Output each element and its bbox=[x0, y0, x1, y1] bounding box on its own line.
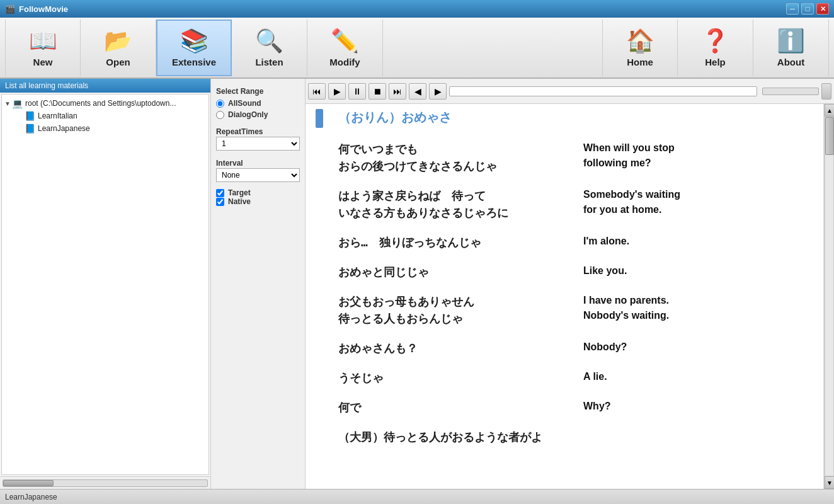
all-sound-option[interactable]: AllSound bbox=[216, 99, 300, 108]
new-icon: 📖 bbox=[29, 28, 57, 54]
minimize-button[interactable]: ─ bbox=[786, 3, 799, 14]
japanese-text-9: （大男）待っとる人がおるような者がよ bbox=[338, 428, 813, 445]
listen-button[interactable]: 🔍 Listen bbox=[232, 20, 307, 76]
subtitle-entry-9: （大男）待っとる人がおるような者がよ bbox=[316, 428, 813, 445]
home-icon: 🏠 bbox=[626, 28, 654, 54]
japanese-icon: 📘 bbox=[25, 123, 35, 134]
about-button[interactable]: ℹ️ About bbox=[753, 20, 829, 76]
content-wrapper: ⏮ ▶ ⏸ ⏹ ⏭ ◀ ▶ （おりん）おめゃさ 何でいつまでもおらの後つけてきな bbox=[306, 79, 834, 489]
left-panel: List all learning materials ▼ 💻 root (C:… bbox=[0, 79, 211, 489]
tree-item-japanese-label: LearnJapanese bbox=[38, 124, 90, 133]
tree-root: ▼ 💻 root (C:\Documents and Settings\upto… bbox=[2, 94, 208, 137]
subtitle-panel[interactable]: （おりん）おめゃさ 何でいつまでもおらの後つけてきなさるんじゃ When wil… bbox=[306, 104, 824, 489]
english-text-3: I'm alone. bbox=[583, 234, 813, 251]
subtitle-entry-8: 何で Why? bbox=[316, 399, 813, 416]
japanese-text-8: 何で bbox=[338, 399, 568, 416]
root-icon: 💻 bbox=[12, 98, 23, 108]
native-label: Native bbox=[228, 197, 251, 206]
english-text-8: Why? bbox=[583, 399, 813, 416]
italian-icon: 📘 bbox=[25, 111, 35, 121]
native-checkbox-item[interactable]: Native bbox=[216, 197, 300, 206]
native-checkbox[interactable] bbox=[216, 198, 224, 206]
toolbar-right: 🏠 Home ❓ Help ℹ️ About bbox=[602, 20, 829, 76]
skip-back-button[interactable]: ⏮ bbox=[308, 83, 326, 100]
playback-bar: ⏮ ▶ ⏸ ⏹ ⏭ ◀ ▶ bbox=[306, 79, 834, 104]
subtitle-entry-0: （おりん）おめゃさ bbox=[316, 109, 813, 128]
select-range-label: Select Range bbox=[216, 87, 263, 96]
volume-slider[interactable] bbox=[762, 88, 819, 95]
listen-icon: 🔍 bbox=[255, 28, 283, 54]
tree-item-japanese[interactable]: 📘 LearnJapanese bbox=[4, 122, 206, 135]
japanese-text-3: おら… 独りぼっちなんじゃ bbox=[338, 234, 568, 251]
japanese-text-1: 何でいつまでもおらの後つけてきなさるんじゃ bbox=[338, 140, 568, 175]
dialog-only-option[interactable]: DialogOnly bbox=[216, 110, 300, 119]
pause-button[interactable]: ⏸ bbox=[348, 83, 366, 100]
japanese-text-7: うそじゃ bbox=[338, 369, 568, 386]
english-text-1: When will you stopfollowing me? bbox=[583, 140, 813, 175]
tree-scrollbar-area bbox=[0, 476, 210, 489]
toolbar: 📖 New 📂 Open 📚 Extensive 🔍 Listen ✏️ Mod… bbox=[0, 18, 834, 79]
progress-bar[interactable] bbox=[449, 86, 757, 96]
modify-button[interactable]: ✏️ Modify bbox=[307, 20, 383, 76]
maximize-button[interactable]: □ bbox=[801, 3, 814, 14]
japanese-text-2: はよう家さ戻らねば 待っていなさる方もありなさるじゃろに bbox=[338, 187, 568, 221]
extensive-icon: 📚 bbox=[180, 28, 208, 54]
sidebar-handle[interactable] bbox=[821, 83, 831, 100]
content-area: （おりん）おめゃさ 何でいつまでもおらの後つけてきなさるんじゃ When wil… bbox=[306, 104, 834, 489]
scrollbar-thumb[interactable] bbox=[825, 117, 834, 155]
right-scrollbar[interactable]: ▲ ▼ bbox=[824, 104, 834, 489]
tree-area: ▼ 💻 root (C:\Documents and Settings\upto… bbox=[1, 94, 209, 475]
close-button[interactable]: ✕ bbox=[816, 3, 829, 14]
tree-root-row[interactable]: ▼ 💻 root (C:\Documents and Settings\upto… bbox=[4, 97, 206, 110]
stop-button[interactable]: ⏹ bbox=[368, 83, 386, 100]
subtitle-entry-2: はよう家さ戻らねば 待っていなさる方もありなさるじゃろに Somebody's … bbox=[316, 187, 813, 221]
english-text-7: A lie. bbox=[583, 369, 813, 386]
japanese-text-5: お父もおっ母もありゃせん待っとる人もおらんじゃ bbox=[338, 293, 568, 327]
app-icon: 🎬 bbox=[5, 4, 15, 14]
scrollbar-up-button[interactable]: ▲ bbox=[825, 104, 834, 117]
dialog-only-radio[interactable] bbox=[216, 111, 224, 119]
tree-collapse-arrow: ▼ bbox=[4, 100, 12, 107]
english-text-2: Somebody's waitingfor you at home. bbox=[583, 187, 813, 221]
repeat-times-select[interactable]: 1 2 3 bbox=[216, 137, 300, 151]
next-button[interactable]: ▶ bbox=[429, 83, 447, 100]
tree-item-italian[interactable]: 📘 LearnItalian bbox=[4, 110, 206, 122]
open-button[interactable]: 📂 Open bbox=[81, 20, 156, 76]
help-button[interactable]: ❓ Help bbox=[678, 20, 753, 76]
target-checkbox[interactable] bbox=[216, 189, 224, 197]
scrollbar-track[interactable] bbox=[825, 117, 834, 476]
help-icon: ❓ bbox=[701, 28, 729, 54]
all-sound-radio[interactable] bbox=[216, 100, 224, 108]
prev-button[interactable]: ◀ bbox=[409, 83, 426, 100]
main-area: List all learning materials ▼ 💻 root (C:… bbox=[0, 79, 834, 489]
subtitle-entry-4: おめゃと同じじゃ Like you. bbox=[316, 263, 813, 280]
subtitle-entry-3: おら… 独りぼっちなんじゃ I'm alone. bbox=[316, 234, 813, 251]
tree-root-label: root (C:\Documents and Settings\uptodown… bbox=[25, 99, 176, 108]
tree-scrollbar[interactable] bbox=[3, 479, 208, 487]
new-button[interactable]: 📖 New bbox=[5, 20, 81, 76]
repeat-times-label: RepeatTimes bbox=[216, 127, 263, 136]
title-bar-controls[interactable]: ─ □ ✕ bbox=[786, 3, 829, 14]
extensive-button[interactable]: 📚 Extensive bbox=[156, 20, 232, 76]
subtitle-entry-1: 何でいつまでもおらの後つけてきなさるんじゃ When will you stop… bbox=[316, 140, 813, 175]
skip-forward-button[interactable]: ⏭ bbox=[389, 83, 406, 100]
scrollbar-down-button[interactable]: ▼ bbox=[825, 476, 834, 489]
home-button[interactable]: 🏠 Home bbox=[602, 20, 678, 76]
title-bar: 🎬 FollowMovie ─ □ ✕ bbox=[0, 0, 834, 18]
checkboxes-section: Target Native bbox=[216, 188, 300, 206]
controls-panel: Select Range AllSound DialogOnly RepeatT… bbox=[211, 79, 306, 489]
subtitle-entry-6: おめゃさんも？ Nobody? bbox=[316, 340, 813, 357]
tree-header: List all learning materials bbox=[0, 79, 210, 93]
about-icon: ℹ️ bbox=[777, 28, 805, 54]
subtitle-entry-7: うそじゃ A lie. bbox=[316, 369, 813, 386]
active-marker bbox=[316, 109, 323, 128]
all-sound-label: AllSound bbox=[228, 99, 261, 108]
target-checkbox-item[interactable]: Target bbox=[216, 188, 300, 197]
range-radio-group: AllSound DialogOnly bbox=[216, 99, 300, 119]
english-text-5: I have no parents.Nobody's waiting. bbox=[583, 293, 813, 327]
app-title: FollowMovie bbox=[19, 4, 68, 14]
japanese-text-6: おめゃさんも？ bbox=[338, 340, 568, 357]
play-button[interactable]: ▶ bbox=[328, 83, 346, 100]
interval-select[interactable]: None 1s 2s bbox=[216, 168, 300, 182]
interval-label: Interval bbox=[216, 159, 243, 168]
